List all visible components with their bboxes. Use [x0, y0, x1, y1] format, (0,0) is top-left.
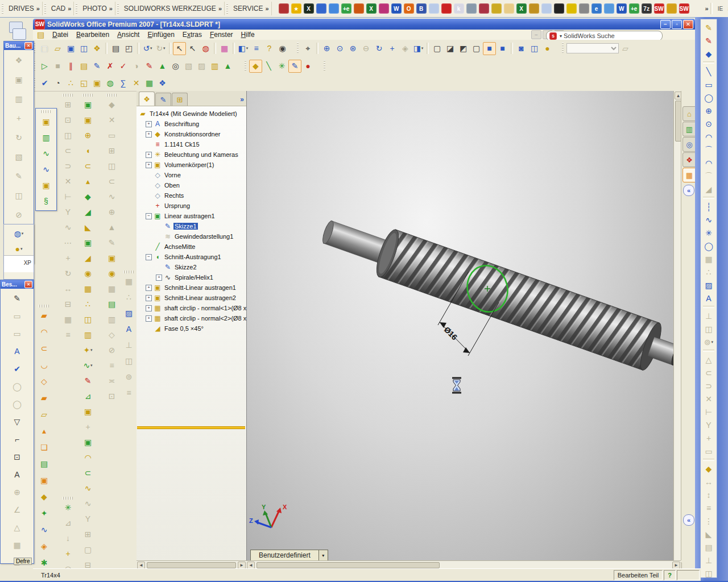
- curve-feature-icon[interactable]: ∿: [40, 147, 53, 160]
- rotate-entities-icon[interactable]: ↻: [61, 267, 75, 280]
- print-icon[interactable]: ▤: [109, 42, 122, 55]
- fillet-icon[interactable]: ◆: [81, 190, 94, 203]
- spline-icon[interactable]: ∿: [702, 213, 715, 226]
- taskbar-app-icon[interactable]: [529, 3, 539, 14]
- copy-entities-icon[interactable]: ⊟: [61, 297, 75, 310]
- move-component-icon[interactable]: +: [13, 111, 26, 124]
- shaded-with-edges-icon[interactable]: ▢: [470, 42, 483, 55]
- construction-geometry-icon[interactable]: ⋯: [61, 236, 75, 249]
- hatch-tool-icon[interactable]: ▨: [122, 306, 135, 319]
- offset-tool-icon[interactable]: ⊚: [122, 370, 135, 383]
- ordinate-dimension-icon[interactable]: ⋮: [702, 514, 715, 527]
- stacked-balloon-icon[interactable]: ◯: [11, 380, 24, 393]
- dot-pattern-icon[interactable]: ∴: [122, 290, 135, 304]
- taskbar-app-icon[interactable]: O: [404, 3, 414, 14]
- pan-icon[interactable]: +: [386, 42, 399, 55]
- taskbar-app-icon[interactable]: [554, 3, 564, 14]
- expand-icon[interactable]: +: [146, 285, 152, 291]
- modify-sketch-r-icon[interactable]: ▭: [702, 444, 715, 458]
- tree-item-skizze2[interactable]: ✎Skizze2: [136, 262, 246, 272]
- taskbar-ie-label[interactable]: IE: [718, 6, 723, 12]
- tree-item-gewindedarstellung1[interactable]: ≋Gewindedarstellung1: [136, 231, 246, 242]
- extend-entities-icon[interactable]: ⊢: [61, 190, 75, 203]
- taskbar-app-icon[interactable]: [379, 3, 389, 14]
- tree-item-1-1141-ck15[interactable]: ≡1.1141 Ck15: [136, 139, 246, 149]
- spline-feature-icon[interactable]: ∿: [40, 163, 53, 176]
- convert-entities-r-icon[interactable]: ⊂: [702, 366, 715, 379]
- datum-target-icon[interactable]: ⌐: [11, 433, 24, 446]
- taskbar-app-icon[interactable]: [354, 3, 364, 14]
- group-chevron-icon[interactable]: »: [109, 5, 113, 12]
- trim-entities-icon[interactable]: ✕: [61, 174, 75, 188]
- select-icon[interactable]: ↖: [173, 42, 186, 55]
- point-star-icon[interactable]: ✳: [61, 501, 75, 514]
- edit-macro-icon[interactable]: ✎: [90, 60, 104, 73]
- smart-dimension-2-icon[interactable]: ◆: [702, 462, 715, 475]
- geometric-tolerance-icon[interactable]: ⊡: [11, 450, 24, 463]
- lasso-select-icon[interactable]: ↖: [186, 42, 199, 55]
- horizontal-dimension-icon[interactable]: ↔: [702, 475, 715, 488]
- list-tool-icon[interactable]: ≡: [122, 386, 135, 399]
- expand-icon[interactable]: +: [146, 152, 152, 158]
- tree-item-schnitt-linear-austragen1[interactable]: +▣Schnitt-Linear austragen1: [136, 282, 246, 293]
- box-feat-icon[interactable]: ▣: [81, 405, 94, 418]
- polygon-icon[interactable]: ◯: [702, 91, 715, 104]
- zoom-to-selection-icon[interactable]: ⌖: [301, 42, 315, 55]
- apply-material-icon[interactable]: ▲: [156, 60, 169, 73]
- scene-icon[interactable]: ▱: [619, 42, 632, 55]
- help-icon[interactable]: ?: [263, 42, 276, 55]
- menu-hilfe[interactable]: Hilfe: [237, 30, 259, 39]
- datum-feature-icon[interactable]: ▽: [11, 415, 24, 428]
- surface-sweep-icon[interactable]: ⊂: [38, 342, 51, 355]
- perimeter-circle-icon[interactable]: ⊙: [702, 117, 715, 130]
- smart-fasteners-icon[interactable]: ▧: [13, 150, 26, 163]
- sketch-text-icon[interactable]: A: [702, 292, 715, 305]
- grid-tool-icon[interactable]: ▦: [122, 275, 135, 288]
- comp-15-icon[interactable]: ▥: [105, 313, 118, 326]
- new-document-icon[interactable]: ▢: [38, 42, 51, 55]
- tree-item-skizze1[interactable]: ✎Skizze1: [136, 221, 246, 231]
- taskbar-app-icon[interactable]: [466, 3, 477, 14]
- rib-icon[interactable]: ◣: [81, 221, 94, 234]
- taskbar-app-icon[interactable]: [429, 3, 439, 14]
- title-bar[interactable]: SW SolidWorks Office Premium 2007 - [Tr1…: [33, 19, 695, 30]
- taskbar-app-icon[interactable]: W: [617, 3, 627, 14]
- standard-views-icon[interactable]: ◈: [399, 42, 412, 55]
- box-tool-2-icon[interactable]: ▨: [195, 60, 208, 73]
- shaded-no-edges-icon[interactable]: ■: [496, 42, 509, 55]
- linear-sketch-pattern-icon[interactable]: ▦: [702, 252, 715, 265]
- surface-revolve-icon[interactable]: ◠: [38, 325, 51, 338]
- edit-sketch-icon[interactable]: ✎: [288, 60, 301, 73]
- smart-dimension-r-icon[interactable]: ◆: [702, 47, 715, 60]
- hole-wizard-icon[interactable]: ◉: [81, 267, 94, 280]
- circular-sketch-pattern-icon[interactable]: ∴: [702, 265, 715, 278]
- tree-item-oben[interactable]: ◇Oben: [136, 180, 246, 190]
- auto-dimension-icon[interactable]: ▤: [702, 541, 715, 554]
- planar-surface-icon[interactable]: ▰: [38, 391, 51, 404]
- modify-sketch-icon[interactable]: ≡: [61, 328, 75, 341]
- zoom-in-out-icon[interactable]: ⊕: [320, 42, 333, 55]
- tree-item-vorne[interactable]: ◇Vorne: [136, 170, 246, 180]
- zoom-to-area-icon[interactable]: ⊙: [333, 42, 346, 55]
- hidden-lines-visible-icon[interactable]: ◪: [444, 42, 457, 55]
- taskbar-group-cad[interactable]: CAD»: [43, 2, 74, 15]
- taskbar-group-service[interactable]: SERVICE»: [225, 2, 272, 15]
- surface-extrude-icon[interactable]: ▰: [38, 309, 51, 322]
- auto-balloon-icon[interactable]: ◯: [11, 397, 24, 410]
- taskbar-app-icon[interactable]: +e: [629, 3, 639, 14]
- expand-icon[interactable]: +: [146, 305, 152, 311]
- tree-item-beschriftung[interactable]: +ABeschriftung: [136, 119, 246, 129]
- child-minimize-button[interactable]: −: [531, 30, 541, 39]
- centerpoint-arc-icon[interactable]: ◠: [702, 130, 715, 143]
- section-properties-icon[interactable]: ◱: [77, 77, 90, 90]
- linear-pattern-icon[interactable]: ▦: [81, 282, 94, 295]
- split-entities-icon[interactable]: Y: [61, 205, 75, 218]
- expand-icon[interactable]: +: [146, 162, 152, 168]
- taskbar-app-icon[interactable]: X: [366, 3, 377, 14]
- shell-icon[interactable]: ▣: [81, 236, 94, 249]
- comp-5-icon[interactable]: ◫: [105, 159, 118, 172]
- 3d-sketch-pencil-icon[interactable]: ✎: [702, 34, 715, 47]
- curve-flyout-icon[interactable]: ∿▾: [81, 359, 94, 372]
- three-point-arc-icon[interactable]: ◠: [702, 156, 715, 169]
- group-chevron-icon[interactable]: »: [36, 5, 40, 12]
